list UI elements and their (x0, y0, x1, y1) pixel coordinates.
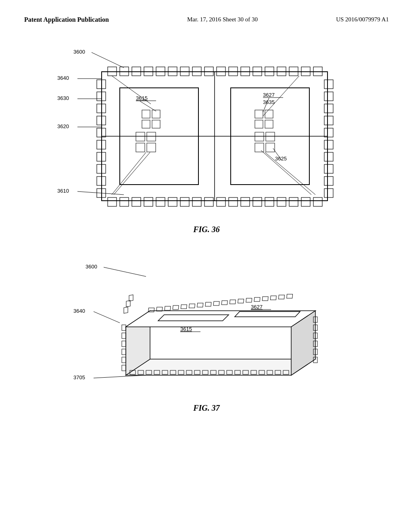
fig37-caption: FIG. 37 (193, 403, 220, 413)
svg-text:3705: 3705 (73, 374, 85, 380)
svg-rect-85 (255, 143, 264, 152)
svg-rect-120 (165, 306, 171, 310)
svg-rect-81 (255, 120, 263, 128)
svg-rect-35 (180, 197, 189, 206)
svg-rect-59 (324, 104, 333, 113)
svg-rect-161 (122, 325, 126, 330)
svg-rect-44 (289, 197, 298, 206)
header-right: US 2016/0079979 A1 (336, 16, 389, 23)
svg-rect-121 (173, 305, 179, 310)
svg-rect-42 (265, 197, 274, 206)
svg-rect-84 (266, 132, 275, 141)
svg-line-103 (104, 267, 146, 276)
svg-rect-134 (279, 295, 285, 299)
svg-rect-33 (156, 197, 165, 206)
page-header: Patent Application Publication Mar. 17, … (0, 0, 413, 31)
svg-text:3600: 3600 (86, 264, 97, 270)
svg-rect-74 (152, 120, 160, 128)
svg-rect-71 (142, 110, 150, 118)
svg-rect-73 (142, 120, 150, 128)
svg-line-9 (77, 191, 124, 195)
svg-rect-41 (253, 197, 262, 206)
svg-line-107 (94, 375, 146, 378)
svg-line-96 (112, 152, 146, 195)
svg-rect-62 (324, 140, 333, 149)
svg-rect-125 (205, 302, 211, 306)
svg-rect-66 (324, 189, 333, 197)
svg-rect-30 (120, 197, 129, 206)
svg-rect-158 (122, 349, 126, 355)
svg-rect-162 (124, 307, 128, 314)
svg-rect-32 (144, 197, 153, 206)
svg-rect-46 (313, 197, 322, 206)
svg-rect-40 (241, 197, 250, 206)
svg-rect-61 (324, 128, 333, 137)
svg-rect-79 (255, 110, 263, 118)
svg-rect-130 (246, 298, 252, 302)
svg-rect-160 (122, 365, 126, 371)
svg-rect-129 (238, 299, 244, 303)
svg-rect-159 (122, 357, 126, 363)
svg-rect-126 (213, 301, 219, 305)
svg-rect-131 (254, 297, 260, 301)
svg-rect-86 (266, 143, 275, 152)
svg-rect-77 (136, 143, 145, 152)
svg-text:3620: 3620 (57, 123, 69, 129)
svg-line-89 (140, 101, 156, 111)
svg-rect-133 (270, 296, 276, 300)
svg-rect-64 (324, 164, 333, 173)
svg-rect-29 (108, 197, 117, 206)
svg-rect-43 (277, 197, 286, 206)
svg-rect-65 (324, 177, 333, 185)
svg-text:3615: 3615 (180, 326, 192, 332)
svg-rect-80 (265, 110, 273, 118)
svg-rect-83 (255, 132, 264, 141)
svg-text:3627: 3627 (263, 92, 275, 98)
svg-text:3627: 3627 (251, 304, 263, 310)
figure-37: 3600 3640 3705 3615 3627 (24, 246, 389, 413)
svg-rect-82 (265, 120, 273, 128)
svg-rect-122 (181, 305, 187, 309)
svg-rect-124 (197, 303, 203, 307)
svg-text:3640: 3640 (73, 308, 85, 314)
svg-rect-58 (324, 92, 333, 101)
fig36-caption: FIG. 36 (193, 225, 220, 234)
svg-rect-135 (287, 294, 293, 298)
svg-rect-128 (229, 300, 236, 304)
svg-rect-76 (147, 132, 156, 141)
svg-rect-157 (122, 341, 126, 347)
svg-rect-156 (122, 333, 126, 339)
svg-rect-37 (204, 197, 213, 206)
svg-rect-127 (221, 301, 227, 305)
svg-rect-38 (217, 197, 225, 206)
svg-line-97 (114, 152, 150, 195)
svg-rect-57 (324, 80, 333, 89)
svg-marker-110 (126, 311, 315, 327)
svg-line-98 (112, 76, 151, 104)
figure-36: 3600 3640 3630 3620 3610 (24, 35, 389, 234)
svg-text:3600: 3600 (73, 49, 85, 55)
svg-rect-63 (324, 152, 333, 161)
header-left: Patent Application Publication (24, 16, 109, 23)
svg-line-100 (265, 152, 315, 195)
svg-text:3630: 3630 (57, 95, 69, 101)
svg-rect-132 (262, 297, 268, 301)
svg-text:3640: 3640 (57, 75, 69, 81)
svg-rect-31 (132, 197, 141, 206)
svg-rect-45 (301, 197, 310, 206)
svg-rect-34 (168, 197, 177, 206)
svg-line-1 (92, 52, 124, 68)
svg-line-105 (94, 312, 120, 323)
svg-rect-75 (136, 132, 145, 141)
header-center: Mar. 17, 2016 Sheet 30 of 30 (187, 16, 258, 23)
svg-text:3625: 3625 (275, 156, 287, 162)
svg-text:3635: 3635 (263, 99, 275, 105)
svg-rect-123 (189, 304, 195, 308)
svg-rect-36 (192, 197, 201, 206)
svg-text:3610: 3610 (57, 188, 69, 194)
svg-rect-163 (126, 301, 130, 307)
svg-rect-78 (147, 143, 156, 152)
svg-rect-60 (324, 116, 333, 125)
svg-rect-164 (129, 295, 133, 301)
svg-rect-39 (229, 197, 238, 206)
